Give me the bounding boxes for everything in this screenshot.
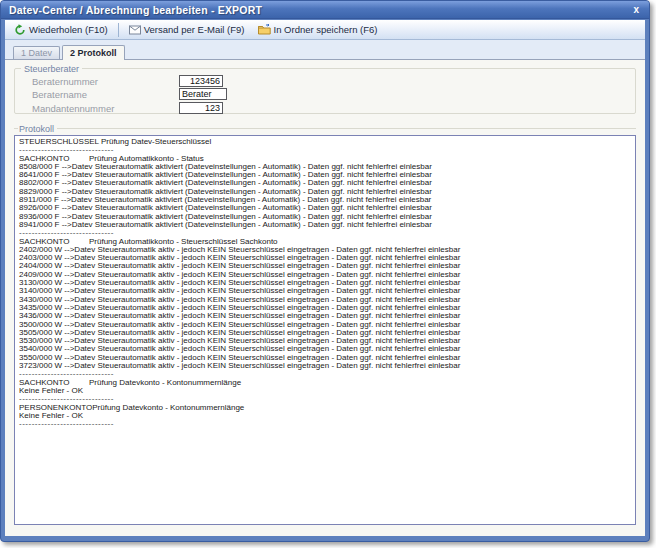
protokoll-block-header: PERSONENKONTOPrüfung Datevkonto - Konton… [19,404,631,412]
toolbar-button-label: In Ordner speichern (F6) [274,24,378,35]
toolbar-button-label: Versand per E-Mail (F9) [144,24,245,35]
toolbar-button-2[interactable]: Versand per E-Mail (F9) [124,22,250,37]
protokoll-separator: ------------------------------ [19,420,631,428]
protokoll-block-header: SACHKONTOPrüfung Datevkonto - Kontonumme… [19,379,631,387]
tab-strip: 1 Datev2 Protokoll [5,40,645,59]
window: Datev-Center / Abrechnung bearbeiten - E… [0,0,650,542]
toolbar-button-label: Wiederholen (F10) [29,24,108,35]
mandantennummer-input[interactable] [179,102,223,114]
folder-icon [258,24,271,35]
protokoll-group-labelrow: Protokoll [14,124,636,133]
toolbar: Wiederholen (F10)Versand per E-Mail (F9)… [5,20,645,40]
field-row: Beratername [15,88,635,101]
window-body: Wiederholen (F10)Versand per E-Mail (F9)… [5,20,645,536]
title-bar: Datev-Center / Abrechnung bearbeiten - E… [1,1,649,19]
close-icon[interactable]: x [631,4,641,15]
beratername-input[interactable] [179,88,227,100]
protokoll-group-label: Protokoll [18,124,57,134]
beraternummer-label: Beraternummer [32,76,98,87]
toolbar-separator [118,23,119,37]
field-row: Beraternummer [15,75,635,88]
email-icon [129,25,141,35]
steuerberater-group-label: Steuerberater [21,64,82,74]
toolbar-button-3[interactable]: In Ordner speichern (F6) [253,22,383,37]
tab-panel-protokoll: Steuerberater BeraternummerBeraternameMa… [5,59,645,536]
tab-2-protokoll[interactable]: 2 Protokoll [62,45,125,60]
field-row: Mandantennummer [15,102,635,115]
protokoll-group: Protokoll STEUERSCHLÜSSEL Prüfung Datev-… [14,124,636,525]
beratername-label: Beratername [32,89,87,100]
groupbox-line [57,128,636,129]
mandantennummer-label: Mandantennummer [32,103,114,114]
check-description: Prüfung Datevkonto - Kontonummernlänge [92,403,244,412]
toolbar-button-1[interactable]: Wiederholen (F10) [9,22,113,38]
tab-1-datev[interactable]: 1 Datev [13,46,60,59]
page-title: Datev-Center / Abrechnung bearbeiten - E… [9,4,631,16]
check-description: Prüfung Datevkonto - Kontonummernlänge [89,378,241,387]
protokoll-text[interactable]: STEUERSCHLÜSSEL Prüfung Datev-Steuerschl… [14,135,636,525]
beraternummer-input[interactable] [179,75,223,87]
refresh-icon [14,24,26,36]
steuerberater-group: Steuerberater BeraternummerBeraternameMa… [14,68,636,114]
